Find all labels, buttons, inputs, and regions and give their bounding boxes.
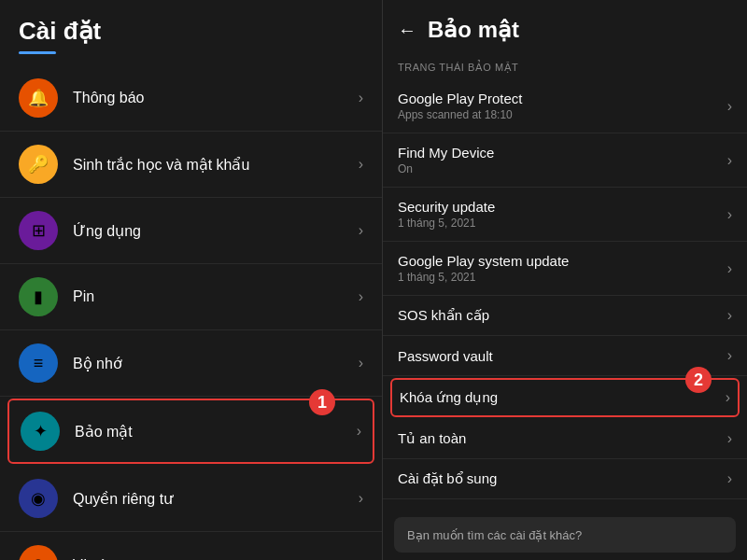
settings-list: 🔔Thông báo›🔑Sinh trắc học và mật khẩu›⊞Ứ… <box>0 65 382 560</box>
security-item-sub-find-my-device: On <box>398 162 494 175</box>
security-item-sos[interactable]: SOS khẩn cấp› <box>383 296 747 336</box>
icon-location: ◎ <box>19 545 58 560</box>
security-item-find-my-device[interactable]: Find My DeviceOn› <box>383 133 747 188</box>
security-item-title-app-lock: Khóa ứng dụng <box>400 389 498 406</box>
settings-item-biometrics[interactable]: 🔑Sinh trắc học và mật khẩu› <box>0 132 382 198</box>
item-label-apps: Ứng dụng <box>73 222 359 240</box>
security-chevron-sos: › <box>727 307 732 324</box>
item-label-notifications: Thông báo <box>73 90 359 106</box>
chevron-icon-battery: › <box>359 288 363 305</box>
item-label-location: Vị trí <box>73 556 359 561</box>
icon-apps: ⊞ <box>19 211 58 250</box>
chevron-icon-memory: › <box>359 355 363 371</box>
security-item-title-security-update: Security update <box>398 199 495 215</box>
security-item-title-sos: SOS khẩn cấp <box>398 307 489 324</box>
security-item-row-app-lock: Khóa ứng dụng› <box>400 389 730 406</box>
section-label: TRANG THÁI BẢO MẬT <box>383 54 747 79</box>
security-item-content-google-play-system: Google Play system update1 tháng 5, 2021 <box>398 253 569 284</box>
security-item-content-security-update: Security update1 tháng 5, 2021 <box>398 199 495 230</box>
settings-item-location[interactable]: ◎Vị trí› <box>0 532 382 560</box>
security-item-title-google-play-protect: Google Play Protect <box>398 91 522 106</box>
security-item-row-security-update: Security update1 tháng 5, 2021› <box>398 199 732 230</box>
icon-memory: ≡ <box>19 343 58 383</box>
security-item-title-password-vault: Password vault <box>398 348 493 364</box>
security-chevron-password-vault: › <box>727 347 732 364</box>
security-item-sub-google-play-system: 1 tháng 5, 2021 <box>398 271 569 284</box>
security-item-content-password-vault: Password vault <box>398 348 493 364</box>
security-item-content-safe: Tủ an toàn <box>398 430 466 447</box>
left-title: Cài đặt <box>19 17 363 46</box>
right-panel: ← Bảo mật TRANG THÁI BẢO MẬT Google Play… <box>383 0 747 560</box>
security-item-row-google-play-protect: Google Play ProtectApps scanned at 18:10… <box>398 91 732 121</box>
annotation-1: 1 <box>309 389 335 415</box>
icon-biometrics: 🔑 <box>19 145 58 184</box>
security-item-security-update[interactable]: Security update1 tháng 5, 2021› <box>383 188 747 242</box>
annotation-2: 2 <box>685 367 712 393</box>
chevron-icon-biometrics: › <box>359 156 363 173</box>
left-panel: Cài đặt 🔔Thông báo›🔑Sinh trắc học và mật… <box>0 0 383 560</box>
security-item-sub-security-update: 1 tháng 5, 2021 <box>398 217 495 230</box>
search-suggestion[interactable]: Bạn muốn tìm các cài đặt khác? <box>394 517 736 553</box>
icon-privacy: ◉ <box>19 479 58 518</box>
security-item-title-safe: Tủ an toàn <box>398 430 466 447</box>
chevron-icon-security: › <box>357 423 361 440</box>
security-item-google-play-system[interactable]: Google Play system update1 tháng 5, 2021… <box>383 242 747 296</box>
security-item-row-safe: Tủ an toàn› <box>398 430 732 447</box>
icon-notifications: 🔔 <box>19 78 58 118</box>
chevron-icon-privacy: › <box>359 490 363 507</box>
security-item-safe[interactable]: Tủ an toàn› <box>383 419 747 459</box>
security-item-google-play-protect[interactable]: Google Play ProtectApps scanned at 18:10… <box>383 79 747 133</box>
security-item-app-lock[interactable]: 2Khóa ứng dụng› <box>390 378 740 417</box>
settings-item-apps[interactable]: ⊞Ứng dụng› <box>0 198 382 264</box>
back-arrow-icon[interactable]: ← <box>398 20 416 41</box>
icon-security: ✦ <box>21 412 60 451</box>
security-list: Google Play ProtectApps scanned at 18:10… <box>383 79 747 510</box>
item-label-privacy: Quyền riêng tư <box>73 490 359 508</box>
security-item-additional-settings[interactable]: Cài đặt bổ sung› <box>383 459 747 499</box>
security-item-row-sos: SOS khẩn cấp› <box>398 307 732 324</box>
left-header: Cài đặt <box>0 0 382 65</box>
security-item-title-find-my-device: Find My Device <box>398 145 494 161</box>
chevron-icon-apps: › <box>359 222 363 239</box>
security-chevron-security-update: › <box>727 206 732 223</box>
search-suggestion-text: Bạn muốn tìm các cài đặt khác? <box>407 528 582 542</box>
security-item-sub-google-play-protect: Apps scanned at 18:10 <box>398 108 522 121</box>
right-title: Bảo mật <box>428 17 519 43</box>
settings-item-privacy[interactable]: ◉Quyền riêng tư› <box>0 466 382 532</box>
settings-item-security[interactable]: 1✦Bảo mật› <box>7 399 374 464</box>
security-item-row-password-vault: Password vault› <box>398 347 732 364</box>
security-chevron-google-play-protect: › <box>727 98 732 115</box>
item-label-memory: Bộ nhớ <box>73 355 359 372</box>
security-item-title-google-play-system: Google Play system update <box>398 253 569 269</box>
security-item-content-google-play-protect: Google Play ProtectApps scanned at 18:10 <box>398 91 522 121</box>
security-item-content-app-lock: Khóa ứng dụng <box>400 389 498 406</box>
security-item-content-find-my-device: Find My DeviceOn <box>398 145 494 175</box>
security-item-title-additional-settings: Cài đặt bổ sung <box>398 470 497 487</box>
right-header: ← Bảo mật <box>383 0 747 54</box>
security-chevron-additional-settings: › <box>727 470 732 487</box>
security-item-row-find-my-device: Find My DeviceOn› <box>398 145 732 175</box>
security-chevron-google-play-system: › <box>727 260 732 277</box>
security-chevron-app-lock: › <box>726 389 730 406</box>
title-underline <box>19 51 56 54</box>
icon-battery: ▮ <box>19 277 58 316</box>
security-item-row-additional-settings: Cài đặt bổ sung› <box>398 470 732 487</box>
security-chevron-find-my-device: › <box>727 152 732 169</box>
security-item-content-additional-settings: Cài đặt bổ sung <box>398 470 497 487</box>
settings-item-battery[interactable]: ▮Pin› <box>0 264 382 330</box>
item-label-battery: Pin <box>73 288 359 305</box>
item-label-biometrics: Sinh trắc học và mật khẩu <box>73 156 359 174</box>
settings-item-memory[interactable]: ≡Bộ nhớ› <box>0 330 382 397</box>
security-chevron-safe: › <box>727 430 732 447</box>
security-item-content-sos: SOS khẩn cấp <box>398 307 489 324</box>
chevron-icon-location: › <box>359 556 363 560</box>
item-label-security: Bảo mật <box>75 423 357 441</box>
security-item-row-google-play-system: Google Play system update1 tháng 5, 2021… <box>398 253 732 284</box>
settings-item-notifications[interactable]: 🔔Thông báo› <box>0 65 382 132</box>
chevron-icon-notifications: › <box>359 90 363 106</box>
